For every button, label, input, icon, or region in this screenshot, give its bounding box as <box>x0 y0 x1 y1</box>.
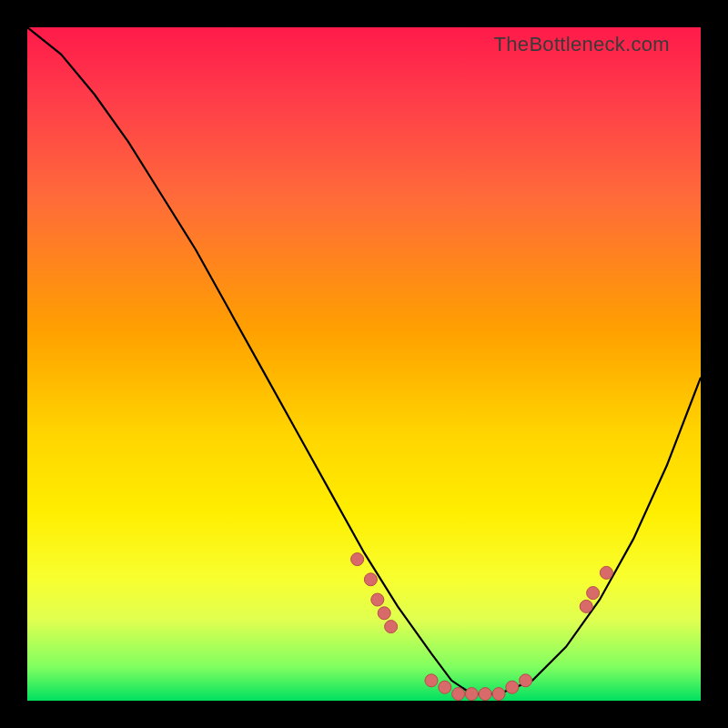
data-dot <box>580 600 592 612</box>
data-dot <box>600 566 612 579</box>
data-dot <box>520 674 532 687</box>
data-dot <box>452 688 465 701</box>
data-dot <box>479 688 491 701</box>
data-dot <box>371 593 384 606</box>
data-dot <box>425 674 438 687</box>
curve-dots <box>351 553 613 701</box>
data-dot <box>465 688 478 701</box>
data-dot <box>492 688 505 701</box>
curve-svg <box>27 27 701 701</box>
plot-area: TheBottleneck.com <box>27 27 701 701</box>
data-dot <box>364 573 377 586</box>
data-dot <box>351 553 364 566</box>
data-dot <box>385 621 398 633</box>
data-dot <box>587 587 600 600</box>
chart-container: TheBottleneck.com <box>0 0 728 728</box>
data-dot <box>378 607 390 620</box>
data-dot <box>506 681 519 693</box>
data-dot <box>439 681 451 693</box>
